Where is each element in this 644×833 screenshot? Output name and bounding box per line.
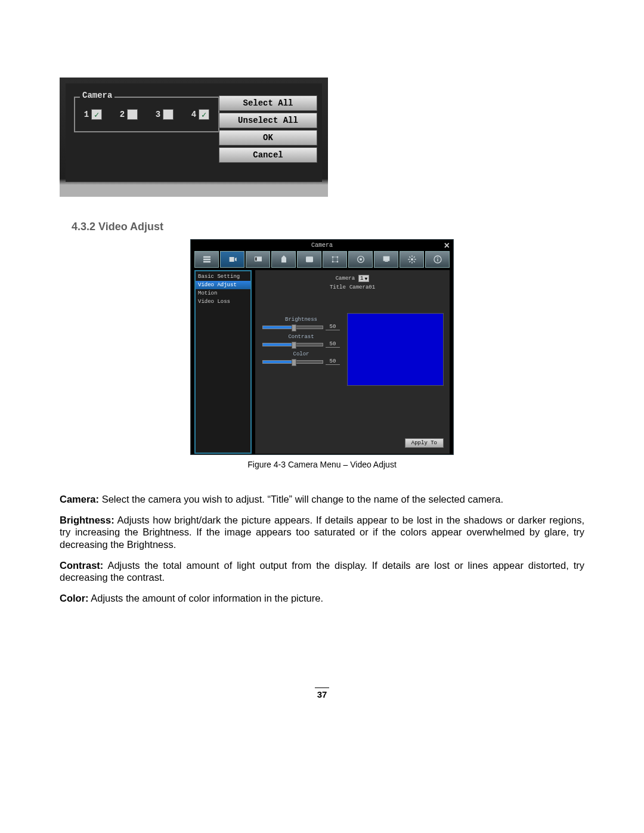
sidebar-item-motion[interactable]: Motion (196, 289, 250, 298)
color-slider[interactable] (262, 360, 323, 364)
sidebar-item-video-loss[interactable]: Video Loss (196, 298, 250, 306)
select-all-button[interactable]: Select All (219, 95, 317, 111)
camera-dropdown[interactable]: 1 ▼ (358, 275, 369, 282)
camera-legend: Camera (80, 91, 114, 100)
preview-panel (347, 313, 444, 386)
contrast-slider[interactable] (262, 343, 323, 346)
toolbar-icon-camera[interactable] (220, 251, 244, 268)
svg-rect-1 (255, 258, 256, 261)
check-icon: ✓ (91, 109, 102, 120)
brightness-slider[interactable] (262, 326, 323, 329)
cancel-button[interactable]: Cancel (219, 147, 317, 163)
title-label: Title (330, 284, 346, 290)
title-value: Camera01 (349, 284, 375, 290)
figure-caption: Figure 4-3 Camera Menu – Video Adjust (60, 460, 584, 469)
para-contrast: Contrast: Adjusts the total amount of li… (60, 559, 584, 584)
sidebar-item-basic-setting[interactable]: Basic Setting (196, 272, 250, 281)
camera-fieldset: Camera 1 ✓ 2 3 4 (74, 97, 219, 132)
toolbar-icon-6[interactable] (323, 251, 347, 268)
toolbar-icon-3[interactable] (246, 251, 270, 268)
camera-label: Camera (336, 275, 355, 281)
camera-checkbox-3[interactable]: 3 (156, 109, 174, 120)
brightness-label: Brightness (262, 317, 340, 323)
toolbar-icon-4[interactable] (271, 251, 296, 268)
svg-rect-9 (383, 256, 389, 261)
color-value: 50 (326, 358, 340, 365)
contrast-value: 50 (326, 341, 340, 348)
svg-point-11 (411, 258, 413, 261)
main-panel: Camera 1 ▼ Title Camera01 Brightness (255, 270, 450, 454)
svg-rect-14 (437, 257, 438, 258)
chevron-down-icon: ▼ (365, 276, 368, 281)
sidebar: Basic Setting Video Adjust Motion Video … (194, 270, 252, 454)
camera-checkbox-2[interactable]: 2 (120, 109, 138, 120)
camera-select-screenshot: Camera 1 ✓ 2 3 4 (60, 78, 328, 197)
toolbar-icon-gear[interactable] (400, 251, 424, 268)
unselect-all-button[interactable]: Unselect All (219, 113, 317, 128)
check-icon: ✓ (199, 109, 209, 120)
toolbar-icon-1[interactable] (194, 251, 219, 268)
toolbar-icon-7[interactable] (348, 251, 373, 268)
camera-checkbox-1[interactable]: 1 ✓ (84, 109, 102, 120)
para-brightness: Brightness: Adjusts how bright/dark the … (60, 514, 584, 551)
camera-checkbox-4[interactable]: 4 ✓ (191, 109, 209, 120)
section-heading: 4.3.2 Video Adjust (72, 221, 584, 233)
svg-point-8 (360, 258, 362, 261)
page-number: 37 (60, 688, 584, 699)
para-color: Color: Adjusts the amount of color infor… (60, 592, 584, 605)
window-title: Camera (311, 242, 333, 249)
brightness-value: 50 (326, 324, 340, 330)
apply-to-button[interactable]: Apply To (405, 438, 444, 448)
color-label: Color (262, 351, 340, 357)
contrast-label: Contrast (262, 334, 340, 340)
ok-button[interactable]: OK (219, 130, 317, 145)
close-icon[interactable]: × (444, 241, 450, 252)
svg-rect-10 (385, 261, 388, 262)
toolbar-icon-5[interactable] (297, 251, 321, 268)
svg-rect-2 (306, 256, 313, 262)
para-camera: Camera: Select the camera you wish to ad… (60, 493, 584, 506)
sidebar-item-video-adjust[interactable]: Video Adjust (196, 281, 250, 289)
svg-rect-13 (437, 259, 438, 262)
toolbar-icon-8[interactable] (374, 251, 398, 268)
toolbar (191, 251, 453, 270)
check-icon (127, 109, 138, 120)
check-icon (163, 109, 174, 120)
video-adjust-screenshot: Camera × Basic Setting Video Adjust (190, 239, 454, 455)
toolbar-icon-info[interactable] (425, 251, 450, 268)
